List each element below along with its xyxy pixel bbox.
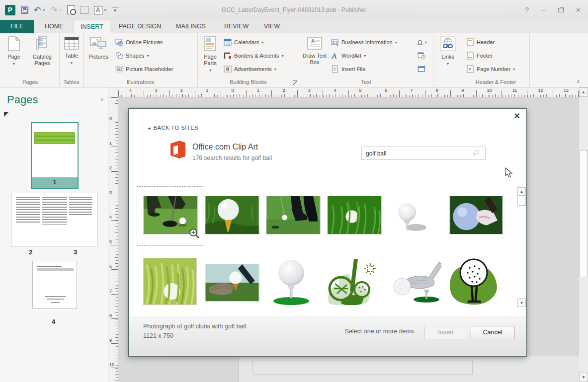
zoom-preview-icon[interactable] — [189, 228, 200, 239]
pages-pane: Pages ‹ 1 2 3 4 — [0, 87, 108, 382]
ribbon-tab-bar: FILE HOME INSERT PAGE DESIGN MAILINGS RE… — [0, 20, 588, 33]
results-scroll-up-icon[interactable]: ▲ — [517, 187, 526, 196]
ribbon-group-header-footer: Header Footer # Page Number ▾ Header & F… — [462, 33, 530, 87]
page-button[interactable]: Page ▾ — [2, 36, 26, 66]
clipart-result-2-golf-ball-on-yellow-tee[interactable] — [205, 196, 259, 234]
building-blocks-dialog-launcher-icon[interactable] — [293, 80, 297, 85]
tab-mailings[interactable]: MAILINGS — [169, 20, 212, 33]
page1-number-band: 1 — [32, 177, 78, 188]
results-scrollbar-thumb[interactable] — [517, 197, 526, 206]
omega-icon: Ω — [418, 39, 422, 46]
special-characters-icon[interactable]: A — [94, 6, 102, 14]
scroll-down-icon[interactable]: ▼ — [579, 373, 588, 382]
clipart-result-10-golf-clubs-clipart-green[interactable] — [327, 258, 379, 305]
pages-pane-title: Pages — [7, 93, 38, 106]
minimize-icon[interactable] — [541, 10, 546, 10]
pictures-icon — [90, 36, 107, 51]
table-dropdown-icon: ▾ — [71, 61, 73, 65]
page-thumbnail-2-3[interactable] — [11, 193, 97, 246]
boundaries-icon[interactable] — [81, 6, 88, 14]
search-input[interactable] — [361, 147, 486, 160]
insert-object-button[interactable] — [418, 63, 425, 75]
search-icon[interactable] — [475, 150, 479, 154]
clipart-result-9-golf-ball-on-tee-clipart[interactable] — [273, 258, 310, 305]
results-scroll-down-icon[interactable]: ▼ — [517, 299, 526, 307]
clipart-result-3-golfer-feet-with-golf-ball[interactable] — [266, 196, 321, 234]
ribbon: Page ▾ Catalog Pages Pages Table — [0, 33, 588, 87]
picture-placeholder-button[interactable]: Picture Placeholder — [115, 63, 173, 75]
online-pictures-button[interactable]: Online Pictures — [115, 36, 163, 48]
clipart-result-5-golf-ball-on-tee[interactable] — [389, 199, 428, 238]
ribbon-group-building-blocks: Page Parts ▾ Calendars ▾ Borders & Accen… — [198, 33, 299, 87]
calendars-icon — [224, 38, 232, 46]
insert-file-button[interactable]: Insert File — [331, 63, 365, 75]
ribbon-group-tables: Table ▾ Tables — [60, 33, 84, 87]
calendars-button[interactable]: Calendars ▾ — [224, 36, 263, 48]
clipart-result-12-golf-ball-on-green-clipart[interactable] — [448, 258, 499, 305]
redo-dropdown-icon[interactable]: ▾ — [60, 8, 62, 12]
vertical-ruler: 012345678910 — [108, 97, 118, 382]
print-preview-icon[interactable] — [67, 5, 75, 14]
restore-icon[interactable] — [558, 8, 564, 12]
publication-text-box[interactable] — [252, 361, 473, 375]
page1-title-block — [34, 132, 75, 144]
back-to-sites-link[interactable]: ◄BACK TO SITES — [147, 125, 198, 131]
tab-home[interactable]: HOME — [38, 20, 70, 33]
save-icon[interactable] — [21, 6, 28, 14]
cancel-button[interactable]: Cancel — [471, 326, 514, 339]
dialog-title: Office.com Clip Art — [192, 143, 258, 152]
redo-icon[interactable]: ↷ — [50, 6, 57, 14]
ribbon-group-links: Links ▾ — [433, 33, 462, 87]
tab-file[interactable]: FILE — [0, 20, 34, 33]
tab-insert[interactable]: INSERT — [74, 20, 110, 33]
shapes-button[interactable]: Shapes ▾ — [115, 50, 149, 62]
pictures-button[interactable]: Pictures — [84, 36, 112, 60]
page2-label: 2 — [29, 248, 32, 256]
collapse-pane-icon[interactable]: ‹ — [101, 95, 103, 103]
page-thumbnail-1[interactable]: 1 — [31, 122, 79, 189]
dialog-close-icon[interactable]: ✕ — [514, 111, 520, 121]
page-number-button[interactable]: # Page Number ▾ — [466, 63, 515, 75]
undo-icon[interactable]: ↶ — [34, 6, 41, 14]
clipart-result-7-golf-ball-in-tall-grass[interactable] — [143, 258, 197, 305]
wordart-button[interactable]: WordArt ▾ — [331, 50, 366, 62]
tab-review[interactable]: REVIEW — [218, 20, 255, 33]
advertisements-button[interactable]: Advertisements ▾ — [224, 63, 276, 75]
help-icon[interactable]: ? — [525, 6, 529, 14]
header-icon — [466, 38, 474, 46]
collapse-ribbon-icon[interactable]: ∧ — [577, 78, 580, 84]
clipart-result-6-blue-golf-ball-with-club[interactable] — [449, 196, 503, 234]
footer-button[interactable]: Footer — [466, 50, 493, 62]
tab-view[interactable]: VIEW — [257, 20, 286, 33]
customize-qat-icon[interactable]: ▾ — [112, 7, 119, 13]
special-characters-dropdown-icon[interactable]: ▾ — [104, 8, 106, 12]
catalog-pages-button[interactable]: Catalog Pages — [28, 36, 57, 67]
page-thumbnail-4[interactable] — [32, 261, 77, 309]
clipart-result-11-golf-club-with-ball-clipart[interactable] — [389, 261, 441, 303]
back-arrow-icon: ◄ — [147, 126, 152, 131]
draw-text-box-icon: A — [307, 36, 322, 50]
vertical-scrollbar[interactable]: ▲ ▼ — [579, 87, 588, 382]
table-button[interactable]: Table ▾ — [60, 36, 84, 65]
publication-page-edge — [239, 356, 582, 382]
symbol-button[interactable]: Ω ▾ — [418, 36, 427, 48]
links-button[interactable]: Links ▾ — [435, 36, 461, 66]
pane-section-arrow-icon[interactable] — [4, 112, 8, 117]
business-information-button[interactable]: Business Information ▾ — [331, 36, 397, 48]
date-time-button[interactable] — [418, 50, 425, 62]
object-icon — [418, 65, 425, 73]
tab-page-design[interactable]: PAGE DESIGN — [112, 20, 168, 33]
clipart-result-4-golf-ball-in-grass[interactable] — [327, 196, 382, 234]
scrollbar-thumb[interactable] — [580, 150, 588, 277]
header-button[interactable]: Header — [466, 36, 495, 48]
scroll-up-icon[interactable]: ▲ — [579, 87, 588, 97]
clipart-result-8-golf-club-with-ball-on-tee[interactable] — [205, 264, 259, 302]
insert-button[interactable]: Insert — [424, 326, 467, 339]
undo-dropdown-icon[interactable]: ▾ — [43, 8, 45, 12]
page-parts-button[interactable]: Page Parts ▾ — [199, 36, 222, 73]
selected-item-description: Photograph of golf clubs with golf ball — [143, 323, 246, 330]
draw-text-box-button[interactable]: A Draw Text Box — [301, 36, 328, 66]
borders-accents-button[interactable]: Borders & Accents ▾ — [224, 50, 284, 62]
publisher-logo-icon[interactable]: P — [5, 5, 15, 15]
close-window-icon[interactable]: ✕ — [576, 6, 581, 14]
